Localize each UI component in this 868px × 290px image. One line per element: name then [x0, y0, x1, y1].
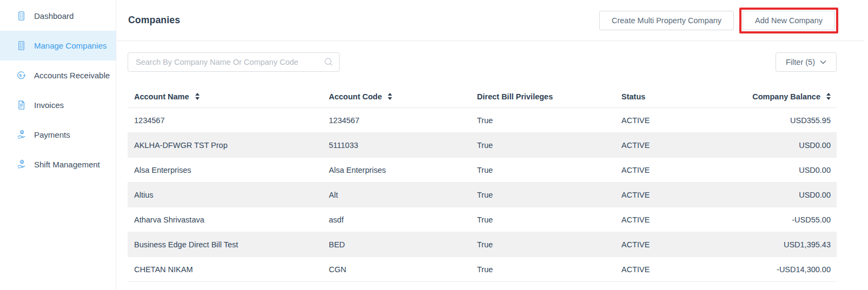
cell-balance: -USD55.00	[751, 215, 837, 224]
cell-direct-bill: True	[471, 215, 615, 224]
column-header-company-balance[interactable]: Company Balance	[751, 92, 837, 101]
cell-account-code: CGN	[322, 265, 471, 274]
table-body: 1234567 1234567 True ACTIVE USD355.95 AK…	[128, 108, 837, 282]
cell-account-code: 5111033	[322, 141, 471, 150]
cell-account-name: Altius	[128, 191, 322, 199]
cell-balance: USD0.00	[751, 141, 837, 150]
sidebar-item-label: Shift Management	[34, 160, 100, 169]
invoice-icon	[16, 100, 26, 110]
cell-balance: USD0.00	[751, 166, 837, 174]
page-title: Companies	[128, 15, 180, 26]
column-header-account-code[interactable]: Account Code	[322, 92, 471, 101]
cell-status: ACTIVE	[615, 215, 751, 224]
hand-coin-icon: $	[16, 159, 26, 170]
toolbar: Filter (5)	[117, 41, 864, 72]
search-wrap	[128, 52, 340, 72]
cell-balance: USD0.00	[751, 191, 837, 199]
hand-coin-icon: $	[16, 130, 26, 140]
sort-icon	[388, 93, 392, 100]
cell-status: ACTIVE	[615, 166, 751, 174]
svg-text:$: $	[21, 160, 23, 164]
cell-account-code: Alt	[322, 191, 471, 199]
cell-direct-bill: True	[471, 265, 615, 274]
sidebar-item-manage-companies[interactable]: Manage Companies	[0, 31, 116, 60]
table-header-row: Account Name Account Code Direct Bill Pr…	[128, 85, 837, 108]
create-multi-property-company-button[interactable]: Create Multi Property Company	[599, 11, 734, 30]
cell-status: ACTIVE	[615, 191, 751, 199]
search-icon	[323, 57, 334, 68]
sort-icon	[826, 93, 831, 100]
cell-status: ACTIVE	[615, 265, 751, 274]
main-content: Companies Create Multi Property Company …	[117, 0, 864, 290]
table-row[interactable]: Alsa Enterprises Alsa Enterprises True A…	[128, 158, 837, 183]
cell-status: ACTIVE	[615, 240, 751, 249]
cell-status: ACTIVE	[615, 141, 751, 150]
table-row[interactable]: Atharva Shrivastava asdf True ACTIVE -US…	[128, 207, 837, 232]
sidebar-item-label: Accounts Receivable	[34, 71, 110, 80]
table-row[interactable]: 1234567 1234567 True ACTIVE USD355.95	[128, 108, 837, 133]
cell-direct-bill: True	[471, 166, 615, 174]
cell-account-name: 1234567	[128, 116, 322, 125]
cell-balance: USD1,395.43	[751, 240, 837, 249]
cell-account-code: 1234567	[322, 116, 471, 125]
sidebar-item-label: Invoices	[34, 100, 64, 110]
cell-direct-bill: True	[471, 141, 615, 150]
table-row[interactable]: Business Edge Direct Bill Test BED True …	[128, 232, 837, 257]
column-header-direct-bill-privileges: Direct Bill Privileges	[471, 92, 615, 101]
cell-account-name: Atharva Shrivastava	[128, 215, 322, 224]
cell-account-name: Business Edge Direct Bill Test	[128, 240, 322, 249]
cell-account-code: asdf	[322, 215, 471, 224]
search-input[interactable]	[128, 52, 340, 72]
add-new-company-button[interactable]: Add New Company	[743, 11, 835, 30]
page-header: Companies Create Multi Property Company …	[117, 0, 864, 41]
sidebar-item-invoices[interactable]: Invoices	[0, 90, 116, 120]
sidebar-item-label: Manage Companies	[34, 41, 107, 50]
cell-account-name: CHETAN NIKAM	[128, 265, 322, 274]
cell-account-name: Alsa Enterprises	[128, 166, 322, 174]
building-icon	[16, 11, 26, 21]
sidebar-item-label: Dashboard	[34, 11, 74, 21]
sidebar-item-label: Payments	[34, 130, 70, 139]
column-header-status: Status	[615, 92, 751, 101]
cell-direct-bill: True	[471, 240, 615, 249]
building-icon	[16, 41, 26, 51]
sidebar-item-payments[interactable]: $ Payments	[0, 120, 116, 150]
sidebar: Dashboard Manage Companies $ Acco	[0, 0, 116, 290]
table-row[interactable]: Altius Alt True ACTIVE USD0.00	[128, 183, 837, 207]
column-header-account-name[interactable]: Account Name	[128, 92, 322, 101]
cell-status: ACTIVE	[615, 116, 751, 125]
sidebar-item-dashboard[interactable]: Dashboard	[0, 1, 116, 31]
cell-balance: -USD14,300.00	[751, 265, 837, 274]
cell-account-code: BED	[322, 240, 471, 249]
annotation-highlight: Add New Company	[739, 8, 838, 33]
cell-balance: USD355.95	[751, 116, 837, 125]
filter-label: Filter (5)	[786, 58, 815, 66]
sidebar-item-accounts-receivable[interactable]: $ Accounts Receivable	[0, 60, 116, 90]
sort-icon	[195, 93, 200, 100]
svg-text:$: $	[21, 131, 23, 134]
cell-direct-bill: True	[471, 116, 615, 125]
table-row[interactable]: AKLHA-DFWGR TST Prop 5111033 True ACTIVE…	[128, 133, 837, 158]
companies-table: Account Name Account Code Direct Bill Pr…	[128, 85, 837, 282]
cell-direct-bill: True	[471, 191, 615, 199]
cell-account-code: Alsa Enterprises	[322, 166, 471, 174]
svg-text:$: $	[19, 73, 22, 78]
table-row[interactable]: CHETAN NIKAM CGN True ACTIVE -USD14,300.…	[128, 257, 837, 282]
sidebar-item-shift-management[interactable]: $ Shift Management	[0, 150, 116, 179]
dollar-circle-icon: $	[16, 70, 26, 80]
cell-account-name: AKLHA-DFWGR TST Prop	[128, 141, 322, 150]
chevron-down-icon	[820, 60, 826, 64]
filter-button[interactable]: Filter (5)	[776, 52, 837, 72]
